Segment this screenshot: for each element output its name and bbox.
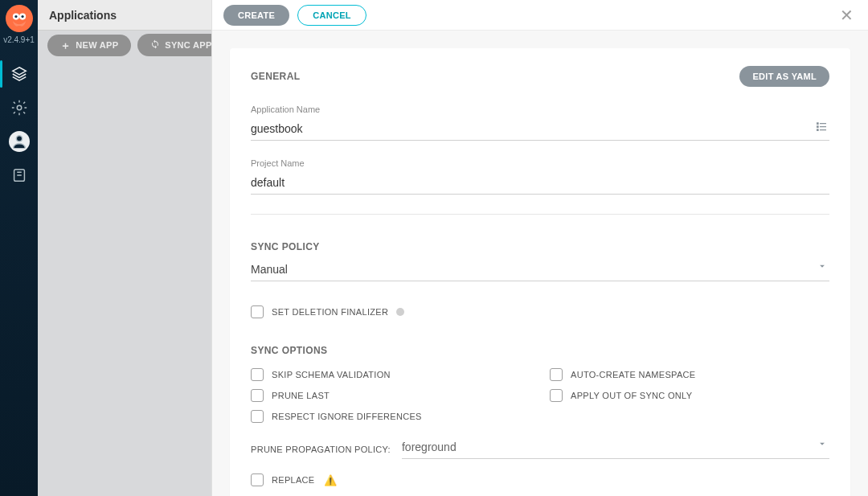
general-card: GENERAL EDIT AS YAML Application Name xyxy=(230,48,850,496)
panel-body[interactable]: GENERAL EDIT AS YAML Application Name xyxy=(212,31,868,496)
user-avatar-icon xyxy=(9,131,30,152)
sidebar-item-applications[interactable] xyxy=(0,57,38,91)
sync-options-heading: SYNC OPTIONS xyxy=(251,345,327,356)
application-name-input[interactable] xyxy=(251,119,829,141)
app-name-list-icon[interactable] xyxy=(815,120,828,136)
prune-last-label: PRUNE LAST xyxy=(272,391,330,400)
sidebar-item-docs[interactable] xyxy=(0,158,38,192)
new-app-button[interactable]: ＋ NEW APP xyxy=(47,35,131,56)
sync-icon xyxy=(150,39,160,51)
general-heading: GENERAL xyxy=(251,71,300,82)
close-icon[interactable]: ✕ xyxy=(837,2,857,28)
book-icon xyxy=(10,166,28,184)
sync-policy-heading: SYNC POLICY xyxy=(251,241,320,252)
skip-schema-validation-checkbox[interactable] xyxy=(251,368,264,381)
main-column: Applications ＋ NEW APP SYNC APPS CREATE … xyxy=(38,0,868,496)
plus-icon: ＋ xyxy=(60,40,71,51)
sync-policy-section: SYNC POLICY Manual SET DELETION FINALIZE… xyxy=(251,239,829,318)
cancel-button[interactable]: CANCEL xyxy=(297,5,366,26)
argo-logo xyxy=(6,5,33,32)
edit-as-yaml-button[interactable]: EDIT AS YAML xyxy=(739,66,829,87)
create-application-panel: CREATE CANCEL ✕ GENERAL EDIT AS YAML App… xyxy=(211,0,868,496)
respect-ignore-differences-label: RESPECT IGNORE DIFFERENCES xyxy=(272,412,422,421)
prune-last-checkbox[interactable] xyxy=(251,389,264,402)
sidebar: v2.4.9+1 xyxy=(0,0,38,496)
apply-out-of-sync-only-label: APPLY OUT OF SYNC ONLY xyxy=(571,391,692,400)
warning-icon: ⚠️ xyxy=(324,474,337,486)
prune-propagation-policy-value: foreground xyxy=(402,437,829,459)
person-icon xyxy=(10,133,28,150)
gear-icon xyxy=(10,99,28,117)
sidebar-item-settings[interactable] xyxy=(0,91,38,125)
field-project-name: Project Name xyxy=(251,158,829,215)
create-button[interactable]: CREATE xyxy=(223,5,289,26)
prune-propagation-policy-dropdown[interactable]: foreground xyxy=(402,437,829,459)
info-icon[interactable] xyxy=(396,308,404,316)
layers-icon xyxy=(10,65,28,83)
auto-create-namespace-label: AUTO-CREATE NAMESPACE xyxy=(571,370,695,379)
apply-out-of-sync-only-checkbox[interactable] xyxy=(550,389,563,402)
version-label: v2.4.9+1 xyxy=(3,35,35,44)
svg-point-3 xyxy=(21,15,23,18)
skip-schema-validation-label: SKIP SCHEMA VALIDATION xyxy=(272,370,391,379)
page-title: Applications xyxy=(49,9,117,22)
sync-policy-dropdown[interactable]: Manual xyxy=(251,260,829,281)
prune-propagation-policy-label: PRUNE PROPAGATION POLICY: xyxy=(251,445,391,459)
sidebar-item-user[interactable] xyxy=(0,125,38,158)
replace-checkbox[interactable] xyxy=(251,473,264,486)
replace-label: REPLACE xyxy=(272,475,314,485)
set-deletion-finalizer-label: SET DELETION FINALIZER xyxy=(272,307,388,317)
svg-point-4 xyxy=(17,105,22,110)
sync-policy-value: Manual xyxy=(251,260,829,281)
project-name-label: Project Name xyxy=(251,158,829,168)
svg-point-5 xyxy=(16,136,22,141)
application-name-label: Application Name xyxy=(251,105,829,114)
new-app-label: NEW APP xyxy=(76,40,118,50)
sync-apps-label: SYNC APPS xyxy=(165,40,218,50)
set-deletion-finalizer-checkbox[interactable] xyxy=(251,305,264,318)
sync-options-section: SYNC OPTIONS SKIP SCHEMA VALIDATION AUTO… xyxy=(251,342,829,496)
respect-ignore-differences-checkbox[interactable] xyxy=(251,410,264,423)
octopus-icon xyxy=(9,8,30,29)
svg-point-2 xyxy=(14,15,17,18)
auto-create-namespace-checkbox[interactable] xyxy=(550,368,563,381)
panel-header: CREATE CANCEL ✕ xyxy=(212,0,868,31)
field-application-name: Application Name xyxy=(251,105,829,141)
chevron-down-icon xyxy=(817,438,828,453)
project-name-input[interactable] xyxy=(251,173,829,195)
chevron-down-icon xyxy=(817,260,828,275)
